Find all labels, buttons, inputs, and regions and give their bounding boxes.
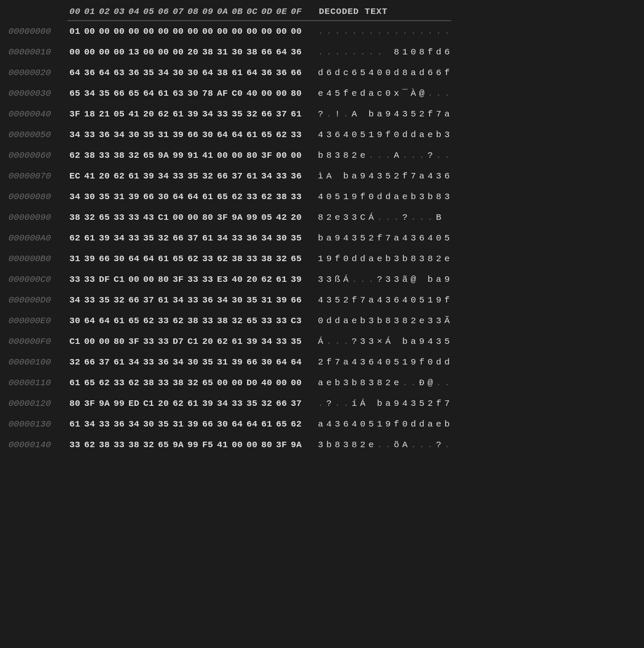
hex-byte[interactable]: 64: [97, 68, 112, 77]
hex-byte[interactable]: 34: [215, 234, 230, 243]
hex-byte[interactable]: 00: [186, 213, 200, 222]
hex-byte[interactable]: 38: [230, 254, 245, 263]
decoded-char[interactable]: 3: [443, 130, 451, 139]
hex-byte[interactable]: 33: [200, 316, 215, 325]
decoded-cell[interactable]: ìA ba94352f7a436: [316, 166, 451, 186]
decoded-char[interactable]: 0: [384, 89, 392, 98]
decoded-char[interactable]: 1: [342, 192, 350, 201]
decoded-char[interactable]: b: [358, 316, 367, 325]
hex-byte[interactable]: 62: [97, 378, 112, 387]
decoded-char[interactable]: .: [434, 89, 443, 98]
hex-byte[interactable]: C1: [156, 213, 171, 222]
decoded-char[interactable]: 0: [342, 254, 350, 263]
decoded-char[interactable]: 8: [392, 48, 401, 57]
hex-byte[interactable]: 39: [171, 130, 186, 139]
hex-byte[interactable]: 34: [127, 358, 141, 367]
decoded-char[interactable]: e: [392, 378, 401, 387]
decoded-char[interactable]: 4: [367, 172, 375, 181]
decoded-char[interactable]: 0: [325, 192, 333, 201]
decoded-char[interactable]: 2: [367, 234, 375, 243]
hex-byte[interactable]: 31: [259, 296, 274, 305]
hex-byte[interactable]: 36: [245, 234, 259, 243]
hex-bytes-cell[interactable]: 34333532663761343336343035313966: [67, 290, 316, 310]
decoded-char[interactable]: .: [325, 48, 333, 57]
decoded-char[interactable]: e: [358, 151, 367, 160]
decoded-char[interactable]: .: [316, 399, 325, 408]
decoded-char[interactable]: 0: [375, 68, 384, 77]
decoded-char[interactable]: f: [325, 358, 333, 367]
decoded-char[interactable]: 0: [401, 420, 409, 429]
decoded-char[interactable]: 4: [401, 234, 409, 243]
decoded-char[interactable]: .: [418, 213, 426, 222]
hex-byte[interactable]: 33: [141, 337, 156, 346]
hex-bytes-cell[interactable]: 306464616562336238333832653333C3: [67, 310, 316, 331]
decoded-char[interactable]: a: [316, 378, 325, 387]
decoded-cell[interactable]: 0ddaeb3b8382e33Ã: [316, 310, 451, 331]
hex-byte[interactable]: 3F: [67, 110, 82, 119]
hex-byte[interactable]: 65: [200, 378, 215, 387]
decoded-char[interactable]: 2: [358, 440, 367, 449]
hex-byte[interactable]: 38: [259, 254, 274, 263]
hex-byte[interactable]: 61: [259, 420, 274, 429]
decoded-char[interactable]: f: [358, 192, 367, 201]
hex-byte[interactable]: 30: [274, 234, 289, 243]
decoded-char[interactable]: b: [426, 275, 434, 284]
hex-byte[interactable]: 66: [186, 130, 200, 139]
decoded-char[interactable]: f: [401, 172, 409, 181]
hex-byte[interactable]: EC: [67, 172, 82, 181]
decoded-char[interactable]: 3: [333, 420, 342, 429]
hex-byte[interactable]: 33: [156, 337, 171, 346]
hex-byte[interactable]: 62: [259, 275, 274, 284]
decoded-char[interactable]: 9: [418, 337, 426, 346]
decoded-char[interactable]: d: [392, 68, 401, 77]
hex-row[interactable]: 00000140336238333832659A99F5410000803F9A…: [8, 435, 451, 455]
hex-byte[interactable]: 64: [200, 68, 215, 77]
hex-byte[interactable]: 36: [97, 130, 112, 139]
hex-byte[interactable]: 66: [274, 399, 289, 408]
hex-byte[interactable]: 39: [97, 234, 112, 243]
hex-byte[interactable]: 33: [230, 399, 245, 408]
hex-byte[interactable]: 01: [67, 27, 82, 36]
hex-byte[interactable]: 80: [112, 337, 127, 346]
decoded-char[interactable]: 2: [426, 399, 434, 408]
hex-row[interactable]: 000000B031396630646461656233623833383265…: [8, 248, 451, 269]
hex-byte[interactable]: 30: [186, 89, 200, 98]
decoded-char[interactable]: .: [325, 110, 333, 119]
hex-byte[interactable]: 30: [171, 68, 186, 77]
decoded-char[interactable]: a: [434, 275, 443, 284]
hex-byte[interactable]: 66: [245, 358, 259, 367]
hex-byte[interactable]: 30: [186, 68, 200, 77]
hex-byte[interactable]: 00: [274, 27, 289, 36]
decoded-cell[interactable]: 43640519f0ddaeb3: [316, 124, 451, 145]
hex-byte[interactable]: 36: [200, 296, 215, 305]
decoded-char[interactable]: 8: [418, 48, 426, 57]
decoded-char[interactable]: .: [350, 27, 358, 36]
hex-byte[interactable]: 64: [171, 192, 186, 201]
hex-row[interactable]: 0000002064366463363534303064386164363666…: [8, 62, 451, 83]
hex-bytes-cell[interactable]: 6238333832659A9991410000803F0000: [67, 145, 316, 166]
decoded-cell[interactable]: ................: [316, 21, 451, 42]
decoded-char[interactable]: 4: [375, 296, 384, 305]
decoded-char[interactable]: .: [375, 213, 384, 222]
decoded-char[interactable]: .: [316, 27, 325, 36]
hex-row[interactable]: 000000606238333832659A9991410000803F0000…: [8, 145, 451, 166]
decoded-char[interactable]: 3: [418, 192, 426, 201]
decoded-char[interactable]: b: [375, 316, 384, 325]
hex-row[interactable]: 000000C03333DFC10000803F3333E34020626139…: [8, 269, 451, 290]
decoded-char[interactable]: e: [418, 316, 426, 325]
decoded-char[interactable]: d: [434, 358, 443, 367]
hex-byte[interactable]: 63: [112, 68, 127, 77]
hex-byte[interactable]: 43: [141, 213, 156, 222]
decoded-char[interactable]: a: [426, 420, 434, 429]
hex-byte[interactable]: 66: [97, 254, 112, 263]
hex-byte[interactable]: 62: [112, 172, 127, 181]
decoded-char[interactable]: 4: [325, 420, 333, 429]
hex-byte[interactable]: 34: [112, 234, 127, 243]
hex-byte[interactable]: 00: [259, 89, 274, 98]
hex-byte[interactable]: 37: [97, 358, 112, 367]
decoded-char[interactable]: e: [401, 192, 409, 201]
hex-byte[interactable]: 00: [215, 27, 230, 36]
decoded-char[interactable]: f: [434, 399, 443, 408]
decoded-char[interactable]: 1: [401, 358, 409, 367]
decoded-char[interactable]: a: [392, 234, 401, 243]
